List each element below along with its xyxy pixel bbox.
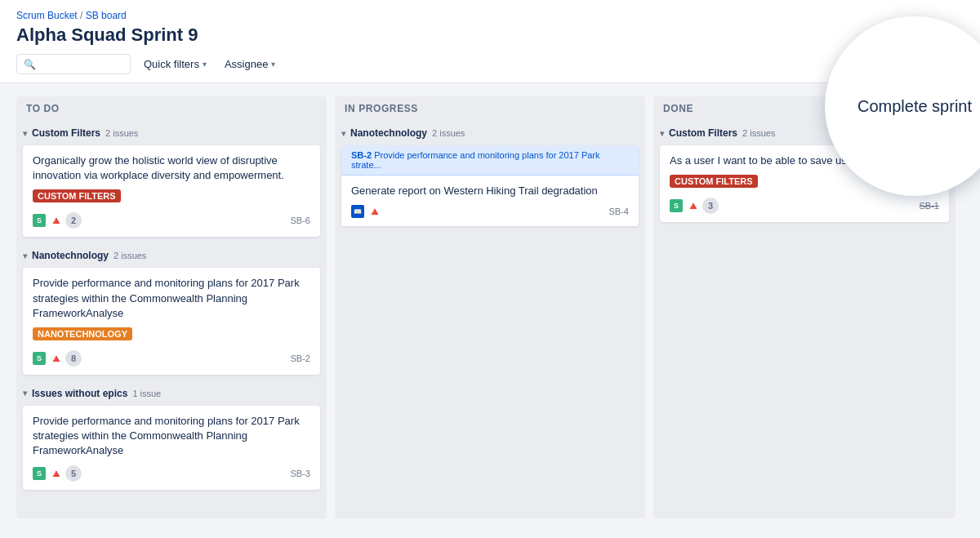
card-sb4-top: SB-2 Provide performance and monitoring … <box>341 145 639 176</box>
story-icon-sb2: S <box>33 352 46 365</box>
quick-filters-label: Quick filters <box>144 58 199 70</box>
epic-name-noepics: Issues without epics <box>32 388 127 399</box>
board: TO DO ▾ Custom Filters 2 issues Organica… <box>0 83 980 531</box>
card-sb1-tag: CUSTOM FILTERS <box>670 175 758 188</box>
card-sb2-footer: S 🔺 8 SB-2 <box>33 350 310 367</box>
complete-sprint-button[interactable]: Complete sprint <box>841 96 980 117</box>
card-sb4-wrapper[interactable]: SB-2 Provide performance and monitoring … <box>341 145 639 226</box>
card-sb6-footer: S 🔺 2 SB-6 <box>33 212 310 229</box>
card-sb1-ref: SB-1 <box>920 201 939 211</box>
card-sb4-header-text: Provide performance and monitoring plans… <box>351 150 600 170</box>
column-inprogress: IN PROGRESS ▾ Nanotechnology 2 issues SB… <box>335 96 645 518</box>
epic-group-nano-inprogress-header[interactable]: ▾ Nanotechnology 2 issues <box>341 127 639 139</box>
epic-group-nano-inprogress: ▾ Nanotechnology 2 issues SB-2 Provide p… <box>341 127 639 226</box>
card-sb2-title: Provide performance and monitoring plans… <box>33 276 310 321</box>
assignee-chevron: ▾ <box>271 60 275 69</box>
quick-filters-button[interactable]: Quick filters ▾ <box>139 55 212 73</box>
card-sb3-title: Provide performance and monitoring plans… <box>33 414 310 459</box>
card-sb3-footer: S 🔺 5 SB-3 <box>33 465 310 482</box>
epic-name-done: Custom Filters <box>669 127 737 139</box>
search-icon: 🔍 <box>24 59 36 70</box>
page-title-row: Alpha Squad Sprint 9 🕐 0 days remaining <box>16 24 964 46</box>
breadcrumb-board[interactable]: SB board <box>86 10 127 21</box>
epic-group-custom-filters-header[interactable]: ▾ Custom Filters 2 issues <box>23 127 320 139</box>
assignee-button[interactable]: Assignee ▾ <box>220 55 280 73</box>
epic-group-nanotechnology-header[interactable]: ▾ Nanotechnology 2 issues <box>23 250 320 261</box>
epic-name-nanotechnology: Nanotechnology <box>32 250 109 261</box>
column-todo-header: TO DO <box>16 96 327 121</box>
card-sb3-ref: SB-3 <box>291 469 310 478</box>
search-input[interactable] <box>41 58 123 70</box>
card-sb2-tag: NANOTECHNOLOGY <box>33 327 132 340</box>
column-inprogress-header: IN PROGRESS <box>335 96 645 121</box>
column-todo: TO DO ▾ Custom Filters 2 issues Organica… <box>16 96 327 518</box>
page-title: Alpha Squad Sprint 9 <box>16 24 198 46</box>
avatar-count-sb6: 2 <box>65 212 82 229</box>
nanotechnology-issue-count: 2 issues <box>114 251 146 260</box>
breadcrumb: Scrum Bucket / SB board <box>16 10 964 21</box>
assignee-label: Assignee <box>225 58 268 70</box>
card-sb3-icons: S 🔺 5 <box>33 465 82 482</box>
avatar-count-sb1: 3 <box>702 198 719 214</box>
story-icon: S <box>33 214 46 227</box>
story-icon-sb3: S <box>33 467 46 480</box>
breadcrumb-project[interactable]: Scrum Bucket <box>16 10 78 21</box>
priority-high-icon-sb2: 🔺 <box>49 352 62 365</box>
done-issue-count: 2 issues <box>742 128 775 138</box>
epic-group-no-epics-header[interactable]: ▾ Issues without epics 1 issue <box>23 388 320 399</box>
column-inprogress-body: ▾ Nanotechnology 2 issues SB-2 Provide p… <box>335 121 645 518</box>
priority-high-icon: 🔺 <box>49 214 62 227</box>
toolbar: 🔍 Quick filters ▾ Assignee ▾ <box>16 54 964 82</box>
story-icon-sb1: S <box>670 199 683 212</box>
priority-high-icon-sb3: 🔺 <box>49 467 62 480</box>
epic-group-custom-filters: ▾ Custom Filters 2 issues Organically gr… <box>23 127 320 237</box>
book-icon: 📖 <box>351 205 364 218</box>
card-sb6[interactable]: Organically grow the holistic world view… <box>23 145 320 237</box>
card-sb4-body: Generate report on Western Hiking Trail … <box>341 176 639 226</box>
avatar-count-sb3: 5 <box>65 465 82 482</box>
toggle-icon: ▾ <box>23 129 27 138</box>
card-sb4-title: Generate report on Western Hiking Trail … <box>351 184 629 198</box>
card-sb1-footer: S 🔺 3 SB-1 <box>670 198 939 214</box>
card-sb2[interactable]: Provide performance and monitoring plans… <box>23 268 320 375</box>
epic-group-nanotechnology: ▾ Nanotechnology 2 issues Provide perfor… <box>23 250 320 375</box>
card-sb4-header-ref: SB-2 <box>351 150 372 160</box>
toggle-icon-done: ▾ <box>660 129 664 138</box>
card-sb6-ref: SB-6 <box>291 216 310 225</box>
card-sb1-icons: S 🔺 3 <box>670 198 719 214</box>
card-sb2-icons: S 🔺 8 <box>33 350 82 367</box>
epic-name-custom-filters: Custom Filters <box>32 127 100 139</box>
card-sb6-icons: S 🔺 2 <box>33 212 82 229</box>
priority-high-icon-sb4: 🔺 <box>368 205 381 218</box>
toggle-icon-nano-inprogress: ▾ <box>341 129 345 138</box>
epic-name-nano-inprogress: Nanotechnology <box>350 127 427 139</box>
page-wrapper: Scrum Bucket / SB board Alpha Squad Spri… <box>0 0 980 538</box>
card-sb4-footer: 📖 🔺 SB-4 <box>351 205 629 218</box>
toggle-icon-nano: ▾ <box>23 251 27 260</box>
search-box[interactable]: 🔍 <box>16 54 131 74</box>
card-sb3[interactable]: Provide performance and monitoring plans… <box>23 406 320 490</box>
card-sb4-icons: 📖 🔺 <box>351 205 381 218</box>
card-sb4-ref: SB-4 <box>609 207 629 216</box>
custom-filters-issue-count: 2 issues <box>105 128 138 138</box>
card-sb6-tag: CUSTOM FILTERS <box>33 189 121 202</box>
card-sb2-ref: SB-2 <box>291 353 310 363</box>
nano-inprogress-issue-count: 2 issues <box>432 128 465 138</box>
avatar-count-sb2: 8 <box>65 350 82 367</box>
breadcrumb-separator: / <box>80 10 82 21</box>
noepics-issue-count: 1 issue <box>132 389 161 398</box>
toggle-icon-noepics: ▾ <box>23 389 27 398</box>
quick-filters-chevron: ▾ <box>203 60 207 69</box>
card-sb6-title: Organically grow the holistic world view… <box>33 153 310 183</box>
priority-high-icon-sb1: 🔺 <box>686 199 699 212</box>
column-todo-body: ▾ Custom Filters 2 issues Organically gr… <box>16 121 327 518</box>
epic-group-no-epics: ▾ Issues without epics 1 issue Provide p… <box>23 388 320 490</box>
